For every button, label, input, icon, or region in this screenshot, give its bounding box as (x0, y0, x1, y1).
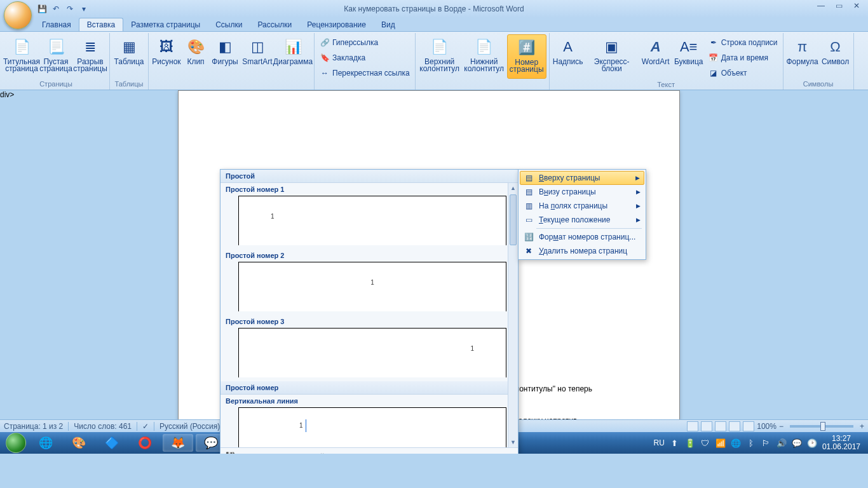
close-button[interactable]: ✕ (848, 0, 865, 11)
tab-view[interactable]: Вид (374, 18, 403, 31)
signature-button[interactable]: ✒Строка подписи (706, 36, 780, 50)
tab-home[interactable]: Главная (34, 18, 79, 31)
view-print-layout[interactable] (687, 421, 698, 431)
submenu-current-position[interactable]: ▭ Текущее положение ▶ (520, 213, 644, 227)
tab-mailings[interactable]: Рассылки (250, 18, 299, 31)
maximize-button[interactable]: ▭ (830, 0, 848, 11)
tray-icon[interactable]: 🏳 (761, 438, 771, 448)
quickparts-icon: ▣ (602, 37, 622, 57)
qat-customize-icon[interactable]: ▾ (78, 3, 90, 15)
task-app1[interactable]: 🔷 (97, 434, 127, 452)
page-number-button[interactable]: #️⃣Номер страницы (507, 34, 546, 79)
symbol-button[interactable]: ΩСимвол (820, 34, 851, 79)
page-break-button[interactable]: ≣Разрыв страницы (74, 34, 107, 79)
wordart-button[interactable]: AWordArt (640, 34, 672, 79)
blank-page-button[interactable]: 📃Пустая страница (39, 34, 72, 79)
tray-icon[interactable]: 💬 (792, 438, 802, 448)
header-button[interactable]: 📄Верхний колонтитул (418, 34, 461, 79)
object-button[interactable]: ◪Объект (706, 66, 780, 80)
zoom-slider[interactable] (790, 425, 853, 428)
tab-review[interactable]: Рецензирование (299, 18, 374, 31)
tray-icon[interactable]: ⬆ (670, 438, 680, 448)
smartart-button[interactable]: ◫SmartArt (241, 34, 273, 79)
tray-icon[interactable]: 🌐 (731, 438, 741, 448)
bookmark-button[interactable]: 🔖Закладка (317, 51, 412, 65)
task-firefox[interactable]: 🦊 (163, 434, 193, 452)
tray-language[interactable]: RU (654, 438, 665, 447)
ribbon-tabs: Главная Вставка Разметка страницы Ссылки… (0, 18, 868, 32)
status-language[interactable]: Русский (Россия) (159, 422, 220, 431)
quickparts-button[interactable]: ▣Экспресс-блоки (585, 34, 639, 79)
tray-date: 01.06.2017 (822, 443, 860, 451)
chevron-right-icon: ▶ (636, 217, 641, 223)
datetime-button[interactable]: 📅Дата и время (706, 51, 780, 65)
footer-button[interactable]: 📄Нижний колонтитул (463, 34, 506, 79)
office-button[interactable] (4, 1, 32, 29)
tray-icon[interactable]: 🕑 (807, 438, 817, 448)
hyperlink-button[interactable]: 🔗Гиперссылка (317, 36, 412, 50)
redo-icon[interactable]: ↷ (64, 3, 76, 15)
tab-insert[interactable]: Вставка (79, 18, 124, 31)
bookmark-icon: 🔖 (320, 53, 330, 63)
tray-bluetooth-icon[interactable]: ᛒ (746, 438, 756, 448)
tray-icon[interactable]: 🔋 (685, 438, 695, 448)
gallery-item-4[interactable]: 1 (238, 407, 506, 447)
view-web-layout[interactable] (715, 421, 726, 431)
picture-button[interactable]: 🖼Рисунок (151, 34, 182, 79)
undo-icon[interactable]: ↶ (50, 3, 62, 15)
zoom-slider-handle[interactable] (820, 422, 825, 431)
minimize-button[interactable]: — (812, 0, 830, 11)
submenu-format-numbers[interactable]: 🔢 Формат номеров страниц... (520, 230, 644, 244)
gallery-section-header: Простой (220, 170, 518, 183)
task-app2[interactable]: ⭕ (130, 434, 160, 452)
gallery-item-3[interactable]: 1 (238, 328, 506, 377)
proofing-icon[interactable]: ✓ (142, 422, 149, 431)
dropcap-button[interactable]: A≡Буквица (673, 34, 705, 79)
textbox-button[interactable]: AНадпись (552, 34, 584, 79)
chart-button[interactable]: 📊Диаграмма (275, 34, 311, 79)
tray-volume-icon[interactable]: 🔊 (776, 438, 787, 448)
page-bottom-icon: ▤ (524, 187, 534, 197)
dropcap-icon: A≡ (679, 37, 699, 57)
gallery-scrollbar[interactable]: ▲ ▼ (508, 183, 518, 447)
scroll-thumb[interactable] (510, 194, 517, 245)
status-words[interactable]: Число слов: 461 (74, 422, 132, 431)
view-full-screen[interactable] (701, 421, 712, 431)
tray-icon[interactable]: 📶 (715, 438, 726, 448)
scroll-up-icon[interactable]: ▲ (508, 183, 518, 193)
task-chrome[interactable]: 🌐 (31, 434, 61, 452)
submenu-bottom-of-page[interactable]: ▤ Внизу страницы ▶ (520, 185, 644, 199)
save-icon[interactable]: 💾 (36, 3, 48, 15)
gallery-item-title: Простой номер 1 (220, 183, 518, 196)
submenu-page-margins[interactable]: ▥ На полях страницы ▶ (520, 199, 644, 213)
tray-clock[interactable]: 13:27 01.06.2017 (822, 435, 860, 451)
clip-button[interactable]: 🎨Клип (183, 34, 208, 79)
start-button[interactable] (3, 432, 29, 454)
tab-references[interactable]: Ссылки (208, 18, 250, 31)
scroll-down-icon[interactable]: ▼ (508, 437, 518, 447)
cover-page-button[interactable]: 📄Титульная страница (5, 34, 38, 79)
gallery-item-1[interactable]: 1 (238, 196, 506, 245)
crossref-button[interactable]: ↔Перекрестная ссылка (317, 66, 412, 80)
page-top-icon: ▤ (524, 173, 534, 183)
format-icon: 🔢 (524, 232, 534, 242)
submenu-top-of-page[interactable]: ▤ Вверху страницы ▶ (520, 171, 644, 185)
zoom-level[interactable]: 100% (757, 422, 776, 431)
chevron-right-icon: ▶ (635, 175, 640, 181)
zoom-in-button[interactable]: + (860, 422, 864, 431)
wordart-icon: A (646, 37, 666, 57)
gallery-item-2[interactable]: 1 (238, 262, 506, 311)
status-page[interactable]: Страница: 1 из 2 (4, 422, 63, 431)
tab-layout[interactable]: Разметка страницы (123, 18, 208, 31)
view-outline[interactable] (729, 421, 740, 431)
zoom-out-button[interactable]: − (779, 422, 783, 431)
gallery-footer[interactable]: 💾 Сохранить выделенный фрагмент как номе… (220, 447, 518, 454)
task-paint[interactable]: 🎨 (64, 434, 94, 452)
equation-button[interactable]: πФормула (786, 34, 819, 79)
table-button[interactable]: ▦Таблица (112, 34, 146, 79)
submenu-remove-numbers[interactable]: ✖ Удалить номера страниц (520, 244, 644, 258)
view-draft[interactable] (743, 421, 754, 431)
hyperlink-icon: 🔗 (320, 37, 330, 48)
shapes-button[interactable]: ◧Фигуры (210, 34, 240, 79)
tray-icon[interactable]: 🛡 (700, 438, 710, 448)
